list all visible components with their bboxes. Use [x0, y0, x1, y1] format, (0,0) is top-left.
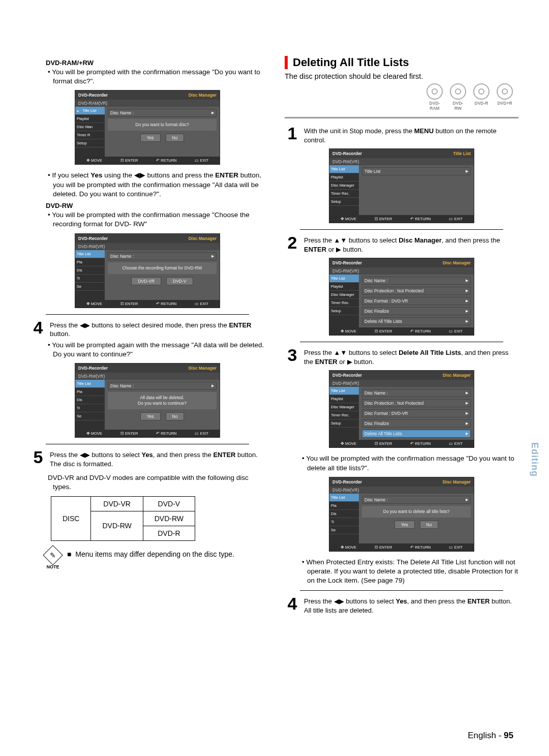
- side-row: Pla: [329, 502, 359, 510]
- osd-msg: Do you want to format disc?: [108, 119, 217, 131]
- osd-sub: DVD-RW(VR): [329, 158, 474, 165]
- disc-table: DISCDVD-VRDVD-V DVD-RWDVD-RW DVD-R: [51, 496, 195, 541]
- osd-sub: DVD-RW(VR): [75, 243, 220, 250]
- osd-row: Disc Name :▶: [362, 389, 471, 397]
- osd-sub: DVD-RW(VR): [75, 373, 220, 380]
- osd-no: No: [166, 412, 185, 420]
- disc-icon: DVD+R: [496, 83, 513, 111]
- side-row: Se: [75, 283, 105, 291]
- side-row: Playlist: [329, 173, 359, 182]
- side-row: Pla: [75, 258, 105, 266]
- side-tab: Editing: [529, 442, 540, 477]
- osd-side: ≡Title List Playlist Disc Man Timer R Se…: [75, 107, 105, 157]
- side-row: Playlist: [75, 115, 105, 123]
- table-cell: DVD-R: [143, 526, 195, 540]
- osd-footer: ✥ MOVE ⊡ ENTER ↶ RETURN ▭ EXIT: [75, 430, 220, 437]
- step-text: Press the ◀▶ buttons to select Yes, and …: [50, 449, 258, 468]
- osd-corner: Disc Manager: [189, 366, 217, 371]
- osd-screenshot: DVD-RecorderDisc Manager DVD-RAM(VR) ≡Ti…: [75, 90, 220, 165]
- side-row: Setup: [329, 198, 359, 206]
- side-row: Dis: [75, 396, 105, 404]
- step-text: Press the ▲▼ buttons to select Disc Mana…: [304, 235, 518, 254]
- side-row: Ti: [75, 275, 105, 283]
- side-row: Disc Manager: [329, 182, 359, 190]
- step-number: 3: [285, 347, 300, 366]
- osd-msg: Do you want to delete all title lists?: [362, 506, 471, 518]
- side-row: Title List: [75, 250, 105, 258]
- osd-side: Title List Pla Dis Ti Se: [329, 494, 359, 543]
- right-arrow-icon: ▶: [336, 246, 341, 253]
- side-row: Title List: [329, 275, 359, 283]
- osd-main: Disc Name :▶ Do you want to delete all t…: [359, 494, 474, 543]
- osd-screenshot: DVD-RecorderDisc Manager DVD-RW(VR) Titl…: [329, 370, 474, 448]
- up-down-arrow-icon: ▲▼: [334, 236, 347, 244]
- osd-row: Disc Format : DVD-VR▶: [362, 297, 471, 305]
- osd-footer: ✥ MOVE ⊡ ENTER ↶ RETURN ▭ EXIT: [329, 440, 474, 447]
- side-row: Title List: [329, 494, 359, 502]
- osd-row: Disc Name :▶: [108, 252, 217, 260]
- chevron-right-icon: ▶: [211, 254, 214, 258]
- osd-row: Title List▶: [362, 167, 471, 175]
- osd-footer: ✥ MOVE ⊡ ENTER ↶ RETURN ▭ EXIT: [329, 543, 474, 551]
- side-row: Ti: [329, 518, 359, 526]
- side-row: Playlist: [329, 283, 359, 291]
- disc-icon: DVD-RW: [449, 83, 467, 111]
- osd-no: No: [166, 134, 185, 142]
- step-text: With the unit in Stop mode, press the ME…: [304, 126, 518, 144]
- osd-main: Disc Name :▶ Do you want to format disc?…: [105, 107, 220, 157]
- step-1: 1 With the unit in Stop mode, press the …: [285, 126, 518, 144]
- osd-main: Disc Name :▶ Disc Protection : Not Prote…: [359, 275, 474, 327]
- osd-row: Disc Finalize▶: [362, 307, 471, 315]
- side-row: Disc Manager: [329, 403, 359, 411]
- step-number: 1: [285, 126, 300, 144]
- chevron-right-icon: ▶: [466, 169, 468, 173]
- osd-sub: DVD-RAM(VR): [75, 100, 220, 107]
- heading-dvdrw: DVD-RW: [46, 202, 264, 209]
- step-number: 5: [30, 449, 46, 468]
- osd-screenshot: DVD-RecorderDisc Manager DVD-RW(VR) Titl…: [329, 477, 474, 552]
- left-right-arrow-icon: ◀▶: [80, 451, 90, 459]
- osd-yes: Yes: [140, 412, 161, 420]
- exit-icon: ▭ EXIT: [195, 158, 208, 163]
- left-right-arrow-icon: ◀▶: [134, 171, 145, 179]
- up-down-arrow-icon: ▲▼: [334, 349, 347, 356]
- osd-main: Disc Name :▶ Disc Protection : Not Prote…: [359, 387, 474, 440]
- osd-screenshot: DVD-RecorderDisc Manager DVD-RW(VR) Titl…: [75, 233, 220, 308]
- osd-side: Title List Pla Dis Ti Se: [75, 380, 105, 430]
- osd-row: Delete All Title Lists▶: [362, 430, 471, 438]
- osd-footer: ✥ MOVE ⊡ ENTER ↶ RETURN ▭ EXIT: [329, 215, 474, 223]
- osd-row: Disc Name :▶: [362, 496, 471, 504]
- osd-msg: All data will be deleted.Do you want to …: [108, 392, 217, 409]
- step-2: 2 Press the ▲▼ buttons to select Disc Ma…: [285, 235, 518, 254]
- separator: [285, 117, 518, 118]
- note-text: ■ Menu items may differ depending on the…: [67, 548, 234, 569]
- chevron-right-icon: ▶: [211, 384, 214, 388]
- step-text: Press the ◀▶ buttons to select Yes, and …: [304, 596, 512, 615]
- bullet: You will be prompted with the confirmati…: [307, 454, 518, 472]
- chevron-right-icon: ▶: [211, 111, 214, 115]
- osd-yes: Yes: [140, 134, 161, 142]
- osd-screenshot: DVD-RecorderTitle List DVD-RW(VR) Title …: [329, 148, 474, 223]
- bullet: If you select Yes using the ◀▶ buttons a…: [53, 171, 264, 199]
- osd-row: Disc Name :▶: [108, 382, 217, 390]
- side-row: Setup: [75, 139, 105, 147]
- step-number: 4: [30, 320, 46, 339]
- osd-side: Title List Playlist Disc Manager Timer R…: [329, 275, 359, 327]
- osd-corner: Disc Manager: [443, 260, 471, 265]
- osd-footer: ✥ MOVE ⊡ ENTER ↶ RETURN ▭ EXIT: [75, 157, 220, 164]
- table-cell: DVD-V: [143, 496, 195, 511]
- heading-dvdram: DVD-RAM/+RW: [46, 59, 264, 67]
- separator: [46, 314, 249, 315]
- osd-side: Title List Playlist Disc Manager Timer R…: [329, 387, 359, 440]
- osd-row: Disc Name :▶: [362, 277, 471, 285]
- table-cell: DISC: [51, 496, 91, 540]
- side-row: Setup: [329, 419, 359, 428]
- osd-main: Title List▶: [359, 165, 474, 215]
- side-row: Setup: [329, 307, 359, 315]
- right-arrow-icon: ▶: [347, 358, 352, 366]
- osd-btn: DVD-VR: [131, 277, 161, 285]
- side-row: Timer Rec.: [329, 411, 359, 419]
- step-text: Press the ▲▼ buttons to select Delete Al…: [304, 347, 518, 366]
- side-row: Dis: [329, 510, 359, 518]
- osd-side: Title List Pla Dis Ti Se: [75, 250, 105, 300]
